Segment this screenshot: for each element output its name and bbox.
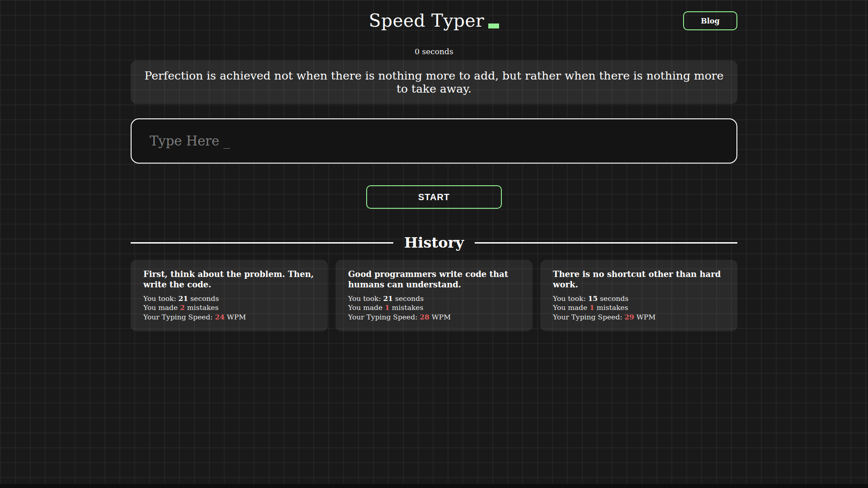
- stat-label: You made: [348, 304, 382, 312]
- start-button[interactable]: START: [366, 185, 502, 209]
- stat-unit: mistakes: [597, 304, 628, 312]
- stat-mistakes-value: 2: [180, 303, 185, 312]
- stat-label: Your Typing Speed:: [143, 313, 212, 321]
- history-card: Good programmers write code that humans …: [335, 260, 533, 331]
- stat-time-taken: You took: 21 seconds: [348, 294, 520, 304]
- stat-mistakes-value: 1: [385, 303, 390, 312]
- typing-cursor-icon: [488, 23, 499, 28]
- stat-time-taken: You took: 15 seconds: [553, 294, 725, 304]
- stat-unit: WPM: [227, 313, 246, 321]
- stat-label: Your Typing Speed:: [348, 313, 417, 321]
- history-section-heading: History: [131, 234, 737, 251]
- stat-label: You made: [553, 304, 587, 312]
- stat-label: You took:: [553, 295, 586, 303]
- stat-typing-speed: Your Typing Speed: 28 WPM: [348, 313, 520, 322]
- stat-wpm-value: 28: [420, 313, 429, 321]
- main-container: Speed Typer Blog 0 seconds Perfection is…: [131, 0, 737, 331]
- stat-label: You took:: [143, 295, 176, 303]
- stat-unit: WPM: [637, 313, 656, 321]
- stat-unit: mistakes: [187, 304, 219, 312]
- stat-label: Your Typing Speed:: [553, 313, 622, 321]
- stat-mistakes: You made 1 mistakes: [553, 303, 725, 313]
- history-divider-right: [475, 242, 737, 244]
- stat-unit: seconds: [190, 295, 219, 303]
- typing-input[interactable]: [131, 118, 737, 164]
- stat-seconds-value: 21: [383, 294, 393, 303]
- header: Speed Typer: [131, 10, 737, 31]
- history-card: There is no shortcut other than hard wor…: [540, 260, 737, 331]
- stat-mistakes: You made 2 mistakes: [143, 303, 315, 313]
- card-quote: Good programmers write code that humans …: [348, 269, 520, 290]
- start-button-row: START: [131, 185, 737, 209]
- stat-typing-speed: Your Typing Speed: 24 WPM: [143, 313, 315, 322]
- card-quote: There is no shortcut other than hard wor…: [553, 269, 725, 290]
- page-title: Speed Typer: [369, 11, 484, 31]
- stat-label: You made: [143, 304, 178, 312]
- app-background: { "header": { "title": "Speed Typer", "b…: [0, 0, 868, 488]
- stat-typing-speed: Your Typing Speed: 29 WPM: [553, 313, 725, 322]
- stat-unit: mistakes: [392, 304, 424, 312]
- stat-unit: WPM: [432, 313, 451, 321]
- stat-label: You took:: [348, 295, 381, 303]
- stat-seconds-value: 15: [588, 294, 598, 303]
- history-title: History: [404, 234, 464, 251]
- quote-display-panel: Perfection is achieved not when there is…: [131, 61, 737, 104]
- quote-text: Perfection is achieved not when there is…: [144, 69, 724, 95]
- stat-mistakes: You made 1 mistakes: [348, 303, 520, 313]
- stat-unit: seconds: [600, 295, 628, 303]
- horizontal-scrollbar[interactable]: [0, 484, 868, 488]
- stat-unit: seconds: [395, 295, 424, 303]
- history-divider-left: [131, 242, 393, 244]
- history-card: First, think about the problem. Then, wr…: [131, 260, 328, 331]
- stat-wpm-value: 24: [215, 313, 225, 321]
- stat-seconds-value: 21: [179, 294, 189, 303]
- blog-button[interactable]: Blog: [683, 11, 737, 30]
- stat-wpm-value: 29: [624, 313, 634, 321]
- timer-text: 0 seconds: [131, 47, 737, 56]
- stat-mistakes-value: 1: [590, 303, 594, 312]
- history-cards-row: First, think about the problem. Then, wr…: [131, 260, 737, 331]
- stat-time-taken: You took: 21 seconds: [143, 294, 315, 304]
- card-quote: First, think about the problem. Then, wr…: [143, 269, 315, 290]
